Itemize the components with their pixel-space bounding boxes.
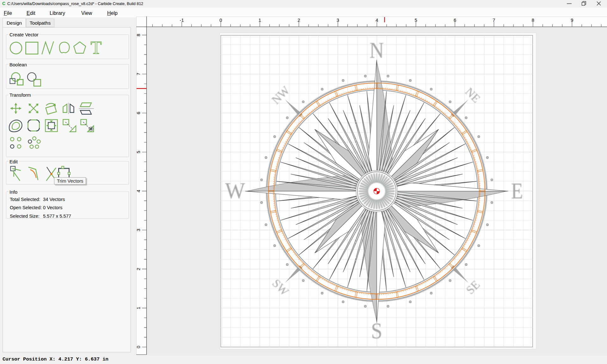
svg-text:7: 7	[136, 73, 141, 75]
svg-text:8: 8	[136, 34, 141, 36]
svg-text:5: 5	[136, 151, 141, 153]
svg-text:S: S	[371, 318, 383, 343]
svg-text:N: N	[370, 38, 384, 63]
svg-text:2: 2	[136, 268, 141, 270]
svg-text:3: 3	[136, 229, 141, 231]
svg-text:1: 1	[136, 307, 141, 309]
svg-text:NE: NE	[463, 85, 483, 105]
svg-text:4: 4	[376, 18, 378, 23]
svg-text:3: 3	[337, 18, 339, 23]
svg-text:SE: SE	[463, 278, 482, 297]
svg-text:SW: SW	[270, 276, 291, 298]
svg-text:W: W	[225, 178, 245, 203]
svg-text:8: 8	[532, 18, 534, 23]
svg-text:6: 6	[136, 112, 141, 114]
svg-text:0: 0	[136, 346, 141, 348]
svg-text:0: 0	[219, 18, 222, 23]
svg-text:NW: NW	[269, 84, 292, 107]
svg-text:5: 5	[415, 18, 417, 23]
svg-text:E: E	[511, 179, 523, 203]
svg-text:7: 7	[493, 18, 495, 23]
svg-text:-1: -1	[180, 18, 184, 23]
svg-text:2: 2	[297, 18, 300, 23]
svg-text:4: 4	[136, 190, 141, 192]
svg-text:6: 6	[454, 18, 456, 23]
svg-text:9: 9	[571, 18, 573, 23]
svg-text:1: 1	[259, 18, 261, 23]
